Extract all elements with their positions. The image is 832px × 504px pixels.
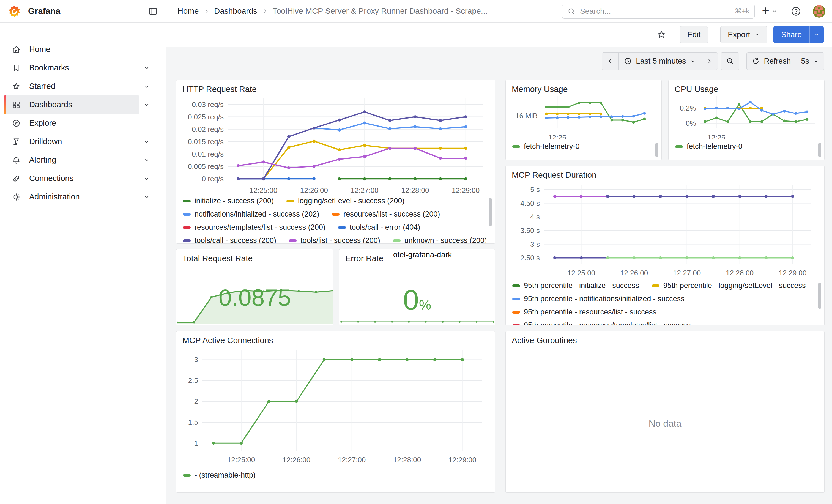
sidebar-row-explore: Explore <box>0 114 166 132</box>
time-shift-back-button[interactable] <box>602 53 619 70</box>
panel-title: Memory Usage <box>506 80 661 94</box>
sidebar-item-label: Dashboards <box>29 100 72 109</box>
legend-item[interactable]: 95th percentile - resources/templates/li… <box>512 321 691 325</box>
legend-row: 95th percentile - notifications/initiali… <box>512 295 815 308</box>
legend-scrollbar[interactable] <box>655 143 658 157</box>
chevron-down-icon[interactable] <box>141 100 152 110</box>
zoom-out-icon <box>726 57 734 65</box>
legend-scrollbar[interactable] <box>818 283 821 309</box>
edit-button[interactable]: Edit <box>680 26 708 43</box>
chevron-down-icon[interactable] <box>141 173 152 184</box>
search-box[interactable]: ⌘+k <box>562 4 755 19</box>
legend-row: fetch-telemetry-0 <box>675 142 815 155</box>
share-dropdown-button[interactable] <box>809 26 824 43</box>
search-input[interactable] <box>579 7 731 16</box>
http-request-rate-chart: 0 req/s0.005 req/s0.01 req/s0.015 req/s0… <box>182 95 490 196</box>
svg-text:12:25:00: 12:25:00 <box>250 186 277 194</box>
legend-item[interactable]: 95th percentile - resources/list - succe… <box>512 308 656 316</box>
legend-item[interactable]: fetch-telemetry-0 <box>675 142 743 151</box>
svg-text:0.02 req/s: 0.02 req/s <box>192 125 224 133</box>
grafana-logo[interactable] <box>8 5 20 18</box>
sidebar-item-connections[interactable]: Connections <box>4 169 139 188</box>
legend-row: 95th percentile - resources/list - succe… <box>512 308 815 321</box>
chevron-down-icon[interactable] <box>141 155 152 165</box>
legend-item[interactable]: initialize - success (200) <box>183 197 274 205</box>
refresh-label: Refresh <box>764 57 791 65</box>
legend-label: resources/templates/list - success (200) <box>194 223 326 232</box>
legend-label: fetch-telemetry-0 <box>687 142 743 151</box>
sidebar-item-alerting[interactable]: Alerting <box>4 151 139 169</box>
export-button[interactable]: Export <box>720 26 768 43</box>
sidebar-row-home: Home <box>0 40 166 59</box>
help-button[interactable] <box>790 6 802 17</box>
legend-marker <box>338 226 346 229</box>
no-data-message: No data <box>506 418 824 429</box>
chevron-down-icon <box>813 58 819 64</box>
svg-text:4.50 s: 4.50 s <box>520 199 540 207</box>
sidebar-item-drilldown[interactable]: Drilldown <box>4 132 139 151</box>
breadcrumb-dashboards[interactable]: Dashboards <box>214 7 257 16</box>
sidebar-item-label: Connections <box>29 174 74 183</box>
legend-label: resources/list - success (200) <box>343 210 440 218</box>
sidebar-item-home[interactable]: Home <box>4 40 139 59</box>
sidebar: HomeBookmarksStarredDashboardsExploreDri… <box>0 23 166 504</box>
sidebar-item-bookmarks[interactable]: Bookmarks <box>4 59 139 77</box>
chevron-down-icon[interactable] <box>141 63 152 73</box>
legend-marker <box>393 239 400 242</box>
legend-item[interactable]: tools/call - error (404) <box>338 223 420 232</box>
share-button[interactable]: Share <box>773 26 824 43</box>
user-avatar[interactable] <box>813 5 825 18</box>
legend-item[interactable]: 95th percentile - notifications/initiali… <box>512 295 684 303</box>
sidebar-item-explore[interactable]: Explore <box>4 114 139 132</box>
legend-row: resources/templates/list - success (200)… <box>183 223 486 236</box>
add-new-button[interactable]: + <box>760 6 779 17</box>
mcp-request-duration-chart: 2.50 s3 s3.50 s4 s4.50 s5 s12:25:0012:26… <box>511 180 820 280</box>
chevron-down-icon[interactable] <box>141 192 152 202</box>
refresh-button[interactable]: Refresh <box>747 53 796 70</box>
svg-text:0.005 req/s: 0.005 req/s <box>188 162 224 170</box>
sidebar-item-label: Administration <box>29 192 80 202</box>
legend-item[interactable]: 95th percentile - logging/setLevel - suc… <box>652 282 806 290</box>
svg-text:0.025 req/s: 0.025 req/s <box>188 113 224 121</box>
legend-item[interactable]: fetch-telemetry-0 <box>512 142 580 151</box>
sidebar-item-administration[interactable]: Administration <box>4 188 139 206</box>
time-range-picker[interactable]: Last 5 minutes <box>619 53 701 70</box>
favorite-star-button[interactable] <box>655 29 668 41</box>
stat-value: 0.0875 <box>176 286 333 309</box>
clock-icon <box>624 57 632 65</box>
zoom-out-button[interactable] <box>721 53 739 70</box>
sidebar-row-administration: Administration <box>0 188 166 206</box>
breadcrumb-home[interactable]: Home <box>178 7 199 16</box>
panel-cpu-usage: CPU Usage 0.2%0%12:25 fetch-telemetry-0 <box>668 80 825 160</box>
chevron-down-icon[interactable] <box>141 136 152 147</box>
legend-item[interactable]: - (streamable-http) <box>183 471 256 479</box>
legend-item[interactable]: unknown - success (200) <box>393 236 486 243</box>
breadcrumb-current: ToolHive MCP Server & Proxy Runner Dashb… <box>272 7 488 16</box>
legend-item[interactable]: tools/list - success (200) <box>289 236 380 243</box>
legend-label: initialize - success (200) <box>194 197 274 205</box>
legend-marker <box>332 213 339 216</box>
svg-text:1.5: 1.5 <box>188 418 198 426</box>
chevron-right-icon <box>203 8 210 15</box>
sidebar-row-bookmarks: Bookmarks <box>0 59 166 77</box>
legend-item[interactable]: 95th percentile - initialize - success <box>512 282 639 290</box>
panel-total-request-rate: Total Request Rate 0.0875 <box>176 249 334 325</box>
question-circle-icon <box>790 6 802 17</box>
legend-item[interactable]: resources/list - success (200) <box>332 210 440 218</box>
time-range-label: Last 5 minutes <box>636 57 686 65</box>
legend-item[interactable]: logging/setLevel - success (200) <box>286 197 405 205</box>
legend-item[interactable]: notifications/initialized - success (202… <box>183 210 319 218</box>
legend-scrollbar[interactable] <box>489 198 492 227</box>
legend: fetch-telemetry-0 <box>675 142 815 158</box>
sidebar-item-dashboards[interactable]: Dashboards <box>4 96 139 114</box>
dock-menu-icon[interactable] <box>148 6 158 17</box>
legend-label: tools/call - error (404) <box>350 223 420 232</box>
legend-marker <box>512 145 520 148</box>
sidebar-item-starred[interactable]: Starred <box>4 77 139 96</box>
chevron-down-icon[interactable] <box>141 81 152 91</box>
legend-scrollbar[interactable] <box>818 143 821 157</box>
legend-item[interactable]: resources/templates/list - success (200) <box>183 223 326 232</box>
time-shift-forward-button[interactable] <box>701 53 718 70</box>
legend-item[interactable]: tools/call - success (200) <box>183 236 276 243</box>
refresh-interval-picker[interactable]: 5s <box>796 53 824 70</box>
